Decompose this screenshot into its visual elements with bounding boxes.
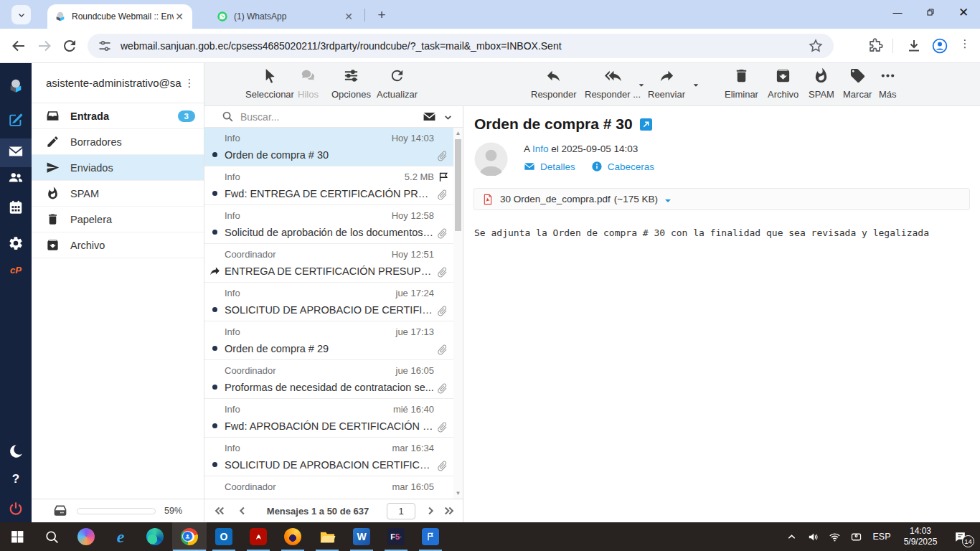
scroll-up-icon[interactable]: ▲ [453, 130, 463, 136]
taskbar-edge[interactable] [138, 522, 172, 551]
window-restore-button[interactable] [914, 0, 947, 24]
rail-mail[interactable] [0, 138, 32, 167]
taskbar-f5-app[interactable]: F5◦ [379, 522, 413, 551]
taskbar-acrobat[interactable] [241, 522, 275, 551]
window-minimize-button[interactable]: — [881, 0, 914, 24]
action-caret-icon[interactable] [692, 79, 699, 86]
language-indicator[interactable]: ESP [867, 532, 897, 542]
action-m-s[interactable]: Más [879, 67, 897, 100]
profile-avatar[interactable] [931, 37, 948, 55]
taskbar-search[interactable] [34, 522, 69, 551]
action-reenviar[interactable]: Reenviar [648, 67, 685, 100]
folder-item-papelera[interactable]: Papelera [32, 207, 204, 232]
bookmark-star-icon[interactable] [808, 38, 824, 54]
taskbar-outlook[interactable]: O [207, 522, 241, 551]
search-scope-mail-icon[interactable] [423, 110, 436, 123]
toolbar-opciones[interactable]: Opciones [331, 67, 371, 100]
message-row[interactable]: Infomié 16:40Fwd: APROBACIÓN DE CERTIFIC… [204, 399, 463, 438]
reload-button[interactable] [61, 37, 78, 55]
forward-button[interactable] [36, 37, 53, 55]
downloads-icon[interactable] [905, 37, 923, 55]
rail-roundcube-logo[interactable] [0, 73, 32, 102]
details-toggle[interactable]: Detalles [524, 161, 575, 172]
attachment-row[interactable]: 30 Orden_de_compra.pdf (~175 KB) [473, 188, 970, 210]
toolbar-seleccionar[interactable]: Seleccionar [245, 67, 294, 100]
tray-chevron-up-icon[interactable] [781, 522, 802, 551]
page-number-input[interactable] [387, 503, 415, 519]
clock[interactable]: 14:03 5/9/2025 [897, 526, 944, 547]
message-row[interactable]: Infojue 17:24SOLICITUD DE APROBACIO DE C… [204, 283, 463, 321]
message-row[interactable]: Info5.2 MBFwd: ENTREGA DE CERTIFICACIÓN … [204, 166, 463, 205]
tab-roundcube[interactable]: Roundcube Webmail :: Enviados ✕ [47, 4, 192, 29]
open-in-new-window-icon[interactable] [640, 118, 652, 131]
rail-calendar[interactable] [0, 194, 32, 223]
tab-close-icon[interactable]: ✕ [343, 11, 354, 22]
taskbar-start[interactable] [0, 522, 34, 551]
tab-search-button[interactable] [11, 5, 31, 24]
last-page-button[interactable] [443, 504, 456, 517]
first-page-button[interactable] [213, 504, 226, 517]
action-archivo[interactable]: Archivo [768, 67, 798, 100]
taskbar-chrome[interactable] [172, 522, 207, 551]
tab-whatsapp[interactable]: (1) WhatsApp ✕ [209, 4, 362, 29]
tab-title: Roundcube Webmail :: Enviados [72, 11, 174, 22]
taskbar-file-explorer[interactable] [310, 522, 344, 551]
folder-item-enviados[interactable]: Enviados [32, 155, 204, 181]
volume-icon[interactable] [802, 522, 824, 551]
folder-item-spam[interactable]: SPAM [32, 181, 204, 207]
taskbar-copilot[interactable] [69, 522, 103, 551]
folder-item-borradores[interactable]: Borradores [32, 129, 204, 155]
message-row[interactable]: Infojue 17:13Orden de compra # 29 [204, 321, 463, 360]
action-responder[interactable]: Responder [531, 67, 577, 100]
folder-item-entrada[interactable]: Entrada3 [32, 103, 204, 129]
notification-center-icon[interactable]: 14 [944, 522, 976, 551]
address-bar[interactable]: webmail.sanjuan.gob.ec/cpsess4685020211/… [88, 34, 834, 58]
attachment-menu-chevron-icon[interactable] [664, 195, 672, 204]
f5-app-icon: F5◦ [387, 528, 405, 545]
rail-settings[interactable] [0, 230, 32, 259]
taskbar-word[interactable]: W [344, 522, 379, 551]
wifi-icon[interactable] [824, 522, 845, 551]
back-button[interactable] [10, 37, 27, 55]
toolbar-hilos[interactable]: Hilos [298, 67, 319, 100]
rail-compose[interactable] [0, 107, 32, 136]
rail-help[interactable]: ? [0, 465, 32, 494]
search-options-chevron-icon[interactable] [443, 112, 453, 121]
message-row[interactable]: CoordinadorHoy 12:51ENTREGA DE CERTIFICA… [204, 244, 463, 283]
account-menu-icon[interactable]: ⋮ [182, 77, 197, 90]
scroll-down-icon[interactable]: ▼ [453, 490, 463, 496]
action-spam[interactable]: SPAM [809, 67, 834, 100]
browser-menu-icon[interactable]: ⋮ [959, 37, 971, 55]
recipient-link[interactable]: Info [532, 143, 549, 154]
message-row[interactable]: Coordinadormar 16:05 [204, 476, 463, 499]
site-settings-icon[interactable] [98, 39, 112, 53]
message-row[interactable]: Coordinadorjue 16:05Proformas de necesid… [204, 360, 463, 399]
headers-toggle[interactable]: Cabeceras [591, 161, 654, 172]
rail-contacts[interactable] [0, 164, 32, 193]
new-tab-button[interactable]: + [373, 6, 390, 24]
tab-close-icon[interactable]: ✕ [174, 11, 185, 22]
rail-logout[interactable] [0, 496, 32, 524]
taskbar-firefox[interactable] [275, 522, 310, 551]
window-close-button[interactable]: ✕ [947, 0, 980, 24]
search-input[interactable] [240, 111, 423, 123]
action-caret-icon[interactable] [638, 79, 645, 86]
extensions-icon[interactable] [867, 37, 884, 55]
meet-now-icon[interactable] [845, 522, 867, 551]
rail-cpanel[interactable]: cP [0, 255, 32, 284]
folder-item-archivo[interactable]: Archivo [32, 232, 204, 258]
action-marcar[interactable]: Marcar [843, 67, 872, 100]
action-responder[interactable]: Responder ... [585, 67, 641, 100]
action-eliminar[interactable]: Eliminar [725, 67, 758, 100]
message-row[interactable]: InfoHoy 14:03Orden de compra # 30 [204, 128, 463, 166]
taskbar-planner-app[interactable] [413, 522, 448, 551]
taskbar-internet-explorer[interactable]: e [103, 522, 138, 551]
prev-page-button[interactable] [236, 504, 249, 517]
message-row[interactable]: Infomar 16:34SOLICITUD DE APROBACION CER… [204, 438, 463, 476]
message-row[interactable]: InfoHoy 12:58Solicitud de aprobación de … [204, 205, 463, 244]
rail-dark-mode[interactable] [0, 438, 32, 467]
list-scrollbar[interactable]: ▲ ▼ [453, 128, 463, 499]
scrollbar-thumb[interactable] [455, 139, 461, 231]
toolbar-actualizar[interactable]: Actualizar [377, 67, 418, 100]
next-page-button[interactable] [424, 504, 437, 517]
